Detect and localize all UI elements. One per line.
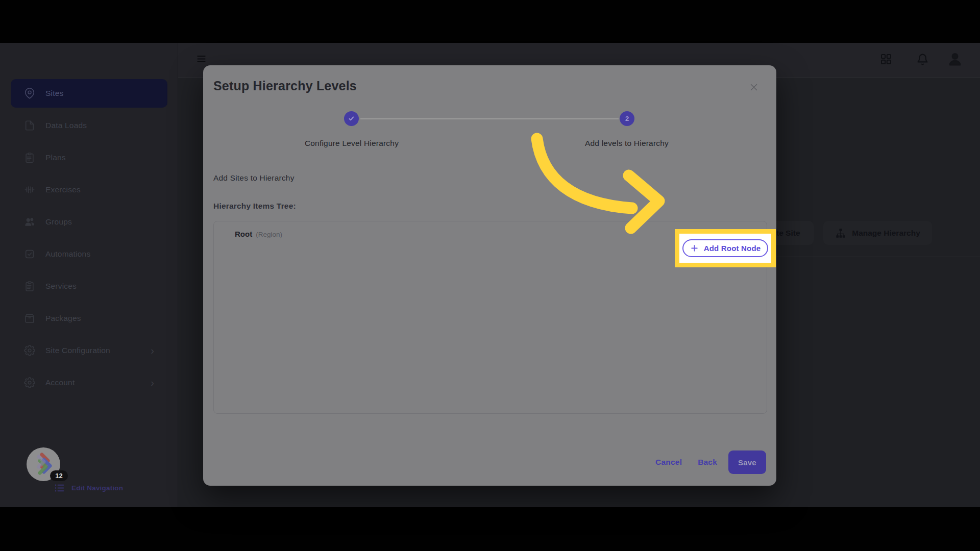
- clipboard-icon: [24, 152, 35, 163]
- tutorial-highlight-inner: Add Root Node: [679, 234, 771, 263]
- modal-footer: Cancel Back Save: [655, 450, 766, 474]
- sidebar-item-label: Packages: [45, 314, 81, 323]
- sidebar-item-label: Plans: [45, 153, 66, 162]
- edit-navigation-button[interactable]: Edit Navigation: [54, 483, 123, 493]
- sidebar-item-label: Automations: [45, 249, 90, 259]
- pin-icon: [24, 88, 35, 99]
- sidebar-item-label: Account: [45, 378, 75, 387]
- cancel-button[interactable]: Cancel: [655, 458, 682, 467]
- create-site-label-fragment: te Site: [776, 229, 800, 238]
- sidebar-item-automations[interactable]: Automations: [11, 240, 167, 268]
- manage-hierarchy-label: Manage Hierarchy: [852, 229, 920, 238]
- add-root-node-button[interactable]: Add Root Node: [682, 239, 768, 257]
- add-root-node-label: Add Root Node: [704, 244, 761, 253]
- gear-icon: [24, 377, 35, 388]
- sidebar: SitesData LoadsPlansExercisesGroupsAutom…: [0, 43, 178, 507]
- sidebar-item-label: Site Configuration: [45, 346, 110, 355]
- sidebar-item-groups[interactable]: Groups: [11, 208, 167, 236]
- setup-hierarchy-modal: Setup Hierarchy Levels 2 Configure Level…: [203, 65, 776, 486]
- file-icon: [24, 120, 35, 131]
- back-button[interactable]: Back: [698, 458, 717, 467]
- people-icon: [24, 216, 35, 228]
- sidebar-item-label: Sites: [45, 89, 63, 98]
- chevron-right-icon: ›: [151, 378, 154, 388]
- hamburger-menu-icon[interactable]: [195, 54, 207, 64]
- notification-count-badge: 12: [50, 470, 68, 481]
- sidebar-item-label: Exercises: [45, 185, 81, 194]
- chevron-right-icon: ›: [151, 345, 154, 356]
- app-window: SitesData LoadsPlansExercisesGroupsAutom…: [0, 43, 980, 507]
- checkbox-icon: [24, 248, 35, 260]
- tree-heading: Hierarchy Items Tree:: [213, 202, 296, 211]
- sidebar-item-services[interactable]: Services: [11, 272, 167, 300]
- sidebar-item-account[interactable]: Account›: [11, 368, 167, 397]
- sidebar-item-site-configuration[interactable]: Site Configuration›: [11, 336, 167, 365]
- clipboard-icon: [24, 281, 35, 292]
- sidebar-item-data-loads[interactable]: Data Loads: [11, 111, 167, 140]
- screen: SitesData LoadsPlansExercisesGroupsAutom…: [0, 0, 980, 551]
- save-button[interactable]: Save: [728, 450, 766, 474]
- sidebar-item-label: Services: [45, 282, 77, 291]
- org-chart-icon: [835, 228, 846, 239]
- notifications-bell-icon[interactable]: [916, 53, 929, 66]
- edit-navigation-label: Edit Navigation: [71, 484, 123, 492]
- user-avatar-icon[interactable]: [947, 52, 963, 67]
- close-icon[interactable]: [748, 82, 760, 93]
- plus-icon: [690, 244, 699, 253]
- tree-row-root[interactable]: Root (Region): [235, 230, 282, 238]
- step-1-label: Configure Level Hierarchy: [275, 139, 428, 148]
- step-1-indicator: [344, 111, 359, 126]
- sidebar-item-label: Groups: [45, 217, 72, 227]
- tutorial-highlight-frame: Add Root Node: [675, 229, 776, 267]
- section-heading: Add Sites to Hierarchy: [213, 173, 295, 183]
- sidebar-item-packages[interactable]: Packages: [11, 304, 167, 333]
- list-icon: [54, 483, 65, 493]
- check-icon: [348, 115, 355, 122]
- dumbbell-icon: [24, 184, 35, 195]
- root-node-name: Root: [235, 230, 252, 238]
- step-2-label: Add levels to Hierarchy: [550, 139, 703, 148]
- modal-title: Setup Hierarchy Levels: [213, 79, 357, 93]
- apps-grid-icon[interactable]: [880, 53, 892, 65]
- manage-hierarchy-button[interactable]: Manage Hierarchy: [823, 221, 932, 245]
- sidebar-item-plans[interactable]: Plans: [11, 143, 167, 172]
- sidebar-item-sites[interactable]: Sites: [11, 79, 167, 108]
- step-2-indicator: 2: [620, 111, 634, 126]
- sidebar-item-exercises[interactable]: Exercises: [11, 176, 167, 204]
- stepper-connector: [360, 118, 619, 119]
- root-node-type: (Region): [256, 231, 282, 238]
- sidebar-item-label: Data Loads: [45, 121, 87, 130]
- package-icon: [24, 313, 35, 324]
- gear-icon: [24, 345, 35, 356]
